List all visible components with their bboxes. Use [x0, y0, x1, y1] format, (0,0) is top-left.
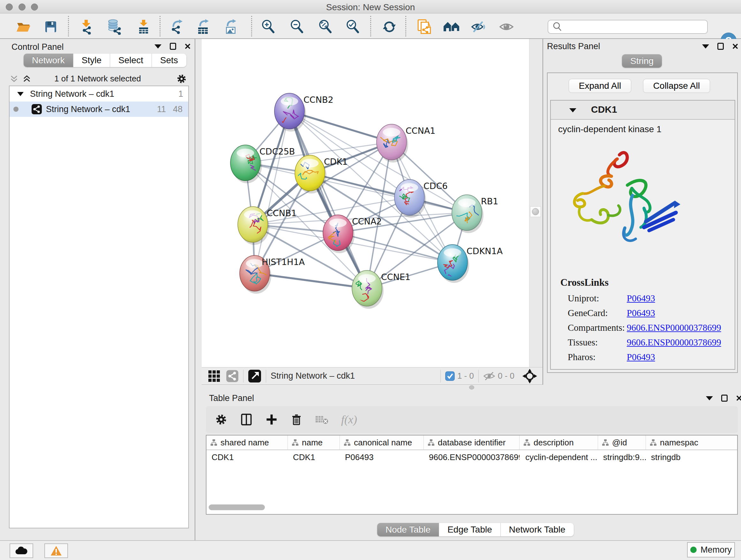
node-CCNE1[interactable]: CCNE1 [352, 270, 410, 309]
column-header-label: canonical name [354, 438, 412, 448]
crosslink-link[interactable]: 9606.ENSP00000378699 [627, 322, 721, 333]
table-options-gear-icon[interactable] [215, 413, 227, 426]
tab-sets[interactable]: Sets [152, 54, 186, 67]
crosslink-label: Compartments: [568, 322, 627, 333]
refresh-view-button[interactable] [381, 18, 398, 36]
panel-menu-icon[interactable] [706, 396, 713, 400]
close-panel-icon[interactable] [185, 43, 191, 50]
node-RB1[interactable]: RB1 [452, 195, 498, 233]
import-network-from-file-button[interactable] [78, 18, 96, 36]
edge-HIST1H1A-CCNE1[interactable] [255, 273, 367, 288]
protein-section-header[interactable]: CDK1 [551, 101, 735, 120]
hidden-eye-slash-icon[interactable] [483, 371, 495, 381]
table-row[interactable]: CDK1CDK1P064939606.ENSP00000378699cyclin… [206, 450, 737, 464]
memory-button[interactable]: Memory [687, 542, 735, 557]
table-tabs: Node TableEdge TableNetwork Table [377, 523, 574, 537]
table-cell[interactable]: cyclin-dependent ... [520, 452, 598, 462]
horizontal-scrollbar-thumb[interactable] [209, 504, 265, 510]
section-expander-icon[interactable] [569, 108, 576, 112]
crosslink-link[interactable]: 9606.ENSP00000378699 [627, 337, 721, 348]
zoom-fit-icon [318, 19, 333, 35]
save-session-button[interactable] [42, 18, 60, 36]
crosslink-link[interactable]: P06493 [627, 308, 655, 318]
delete-table-icon-disabled[interactable] [315, 414, 329, 425]
close-panel-icon[interactable] [736, 395, 741, 401]
node-HIST1H1A[interactable]: HIST1H1A [240, 255, 305, 294]
table-cell[interactable]: CDK1 [288, 452, 340, 462]
birdseye-view-icon[interactable] [248, 369, 261, 383]
import-network-from-database-button[interactable] [106, 18, 124, 36]
column-header-description[interactable]: description [520, 435, 598, 449]
tab-edge-table[interactable]: Edge Table [439, 523, 501, 537]
column-header-name[interactable]: name [288, 435, 340, 449]
create-column-plus-icon[interactable] [265, 413, 278, 426]
column-header-namespac[interactable]: namespac [646, 435, 738, 449]
home-button[interactable] [443, 18, 461, 36]
node-CCNA1[interactable]: CCNA1 [377, 124, 435, 163]
horizontal-splitter[interactable] [195, 385, 741, 390]
node-CDC25B[interactable]: CDC25B [230, 145, 295, 183]
table-cell[interactable]: P06493 [340, 452, 424, 462]
float-panel-icon[interactable] [718, 43, 724, 50]
search-input[interactable] [565, 21, 707, 33]
selected-checkbox-icon[interactable] [445, 371, 455, 381]
panel-menu-icon[interactable] [154, 44, 161, 49]
tab-style[interactable]: Style [73, 54, 110, 67]
network-options-gear-icon[interactable] [176, 73, 187, 84]
tab-network[interactable]: Network [23, 54, 73, 67]
float-panel-icon[interactable] [721, 395, 728, 401]
column-header-shared-name[interactable]: shared name [206, 435, 288, 449]
node-CCNB1[interactable]: CCNB1 [238, 206, 297, 245]
import-table-from-file-button[interactable] [135, 18, 152, 36]
network-canvas[interactable]: CCNB2CCNA1CDC25BCDK1CDC6RB1CCNB1CCNA2CDK… [202, 39, 529, 367]
crosslink-link[interactable]: P06493 [627, 352, 655, 362]
zoom-out-button[interactable] [288, 18, 306, 36]
show-columns-icon[interactable] [240, 413, 253, 427]
zoom-in-button[interactable] [259, 18, 277, 36]
zoom-fit-content-button[interactable] [317, 18, 334, 36]
export-image-button[interactable] [222, 18, 240, 36]
node-CDK1[interactable]: CDK1 [287, 155, 347, 193]
panel-menu-icon[interactable] [702, 44, 709, 49]
tab-select[interactable]: Select [110, 54, 152, 67]
node-CDKN1A[interactable]: CDKN1A [437, 245, 503, 283]
grid-view-icon[interactable] [208, 370, 220, 382]
node-CDC6[interactable]: CDC6 [394, 179, 448, 218]
tab-network-table[interactable]: Network Table [501, 523, 574, 537]
close-panel-icon[interactable] [732, 43, 738, 50]
float-panel-icon[interactable] [170, 43, 176, 50]
splitter-handle[interactable] [469, 385, 474, 389]
column-header-database-identifier[interactable]: database identifier [424, 435, 520, 449]
collection-expander-icon[interactable] [17, 92, 23, 96]
column-header-canonical-name[interactable]: canonical name [340, 435, 424, 449]
table-cell[interactable]: stringdb [646, 452, 738, 462]
string-documents-button[interactable] [415, 18, 433, 36]
crosslink-link[interactable]: P06493 [627, 293, 655, 304]
vertical-splitter[interactable] [529, 39, 542, 367]
table-cell[interactable]: 9606.ENSP00000378699 [424, 452, 520, 462]
tab-node-table[interactable]: Node Table [377, 523, 439, 537]
warnings-button[interactable] [44, 543, 68, 558]
export-table-button[interactable] [194, 18, 212, 36]
cloud-status-button[interactable] [10, 543, 33, 558]
network-row-selected[interactable]: String Network – cdk1 11 48 [10, 102, 188, 117]
network-view-icon[interactable] [226, 370, 239, 382]
show-eye-button-disabled[interactable] [498, 18, 516, 36]
function-builder-icon-disabled[interactable]: f(x) [341, 413, 357, 426]
open-session-button[interactable] [14, 18, 32, 36]
import-table-icon [136, 19, 151, 35]
table-cell[interactable]: CDK1 [206, 452, 288, 462]
collapse-all-button[interactable]: Collapse All [643, 79, 710, 93]
network-collection-row[interactable]: String Network – cdk1 1 [10, 86, 188, 102]
network-graph[interactable]: CCNB2CCNA1CDC25BCDK1CDC6RB1CCNB1CCNA2CDK… [202, 39, 529, 367]
tab-string[interactable]: String [622, 54, 662, 68]
splitter-handle[interactable] [530, 206, 541, 217]
fit-selection-crosshair-icon[interactable] [522, 368, 537, 384]
export-network-button[interactable] [168, 18, 186, 36]
zoom-selected-button[interactable] [344, 18, 362, 36]
hide-glass-balls-button[interactable] [469, 18, 487, 36]
delete-columns-trash-icon[interactable] [290, 413, 303, 427]
table-cell[interactable]: stringdb:9... [598, 452, 646, 462]
column-header-@id[interactable]: @id [598, 435, 646, 449]
expand-all-button[interactable]: Expand All [569, 79, 631, 93]
